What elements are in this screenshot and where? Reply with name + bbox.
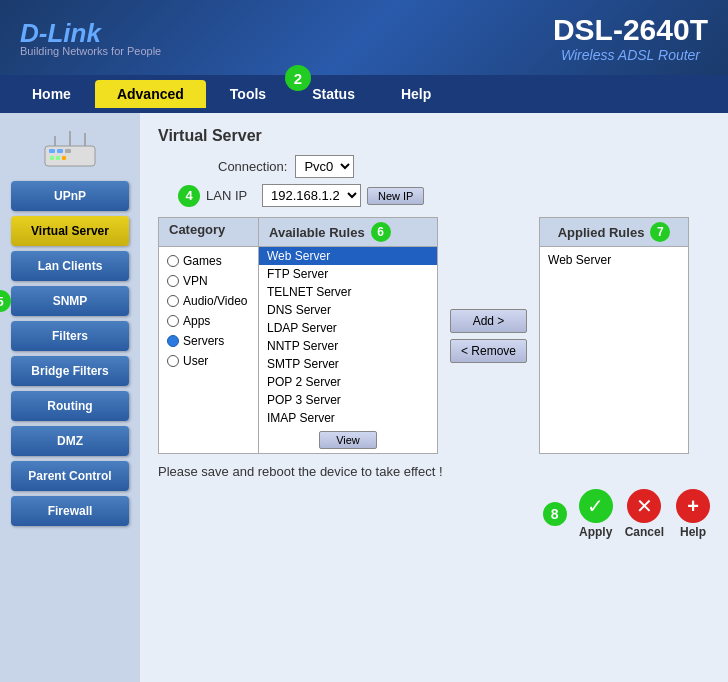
- radio-servers: [167, 335, 179, 347]
- apply-label: Apply: [579, 525, 612, 539]
- sidebar-btn-upnp[interactable]: UPnP: [11, 181, 129, 211]
- radio-vpn: [167, 275, 179, 287]
- applied-rules-panel: Applied Rules 7 Web Server: [539, 217, 689, 454]
- category-audio-video[interactable]: Audio/Video: [159, 291, 258, 311]
- product-desc: Wireless ADSL Router: [553, 47, 708, 63]
- cancel-action[interactable]: ✕ Cancel: [625, 489, 664, 539]
- main-layout: UPnP Virtual Server Lan Clients 5 SNMP F…: [0, 113, 728, 682]
- category-rules-body: Games VPN Audio/Video Apps: [159, 247, 437, 453]
- nav-badge: 2: [285, 65, 311, 91]
- rules-col: Web Server FTP Server TELNET Server DNS …: [259, 247, 437, 453]
- logo-text: D-LinkBuilding Networks for People: [20, 18, 161, 57]
- left-panel: Category Available Rules 6 Games: [158, 217, 438, 454]
- cancel-label: Cancel: [625, 525, 664, 539]
- badge8: 8: [543, 502, 567, 526]
- category-header: Category: [159, 218, 259, 246]
- logo-tagline: Building Networks for People: [20, 45, 161, 57]
- sidebar-btn-virtual-server[interactable]: Virtual Server: [11, 216, 129, 246]
- product-info: DSL-2640T Wireless ADSL Router: [553, 13, 708, 63]
- rule-imap-server[interactable]: IMAP Server: [259, 409, 437, 427]
- nav-item-tools[interactable]: Tools: [208, 80, 288, 108]
- svg-rect-6: [62, 156, 66, 160]
- radio-games: [167, 255, 179, 267]
- nav-item-home[interactable]: Home: [10, 80, 93, 108]
- middle-buttons: Add > < Remove: [446, 217, 531, 454]
- sidebar-btn-parent-control[interactable]: Parent Control: [11, 461, 129, 491]
- available-rules-header: Available Rules 6: [259, 218, 401, 246]
- sidebar-btn-lan-clients[interactable]: Lan Clients: [11, 251, 129, 281]
- category-servers[interactable]: Servers: [159, 331, 258, 351]
- sidebar-btn-snmp[interactable]: SNMP: [11, 286, 129, 316]
- badge4: 4: [178, 185, 200, 207]
- nav-item-help[interactable]: Help: [379, 80, 453, 108]
- apply-action[interactable]: ✓ Apply: [579, 489, 613, 539]
- category-col: Games VPN Audio/Video Apps: [159, 247, 259, 453]
- content: Virtual Server Connection: Pvc0 4 LAN IP…: [140, 113, 728, 682]
- lan-ip-label: LAN IP: [206, 188, 256, 203]
- help-icon: +: [676, 489, 710, 523]
- connection-select[interactable]: Pvc0: [295, 155, 354, 178]
- product-model: DSL-2640T: [553, 13, 708, 47]
- remove-button[interactable]: < Remove: [450, 339, 527, 363]
- category-games[interactable]: Games: [159, 251, 258, 271]
- svg-rect-5: [56, 156, 60, 160]
- lan-ip-select[interactable]: 192.168.1.2: [262, 184, 361, 207]
- save-message: Please save and reboot the device to tak…: [158, 464, 710, 479]
- badge6: 6: [371, 222, 391, 242]
- rule-telnet-server[interactable]: TELNET Server: [259, 283, 437, 301]
- sidebar-btn-bridge-filters[interactable]: Bridge Filters: [11, 356, 129, 386]
- rule-ldap-server[interactable]: LDAP Server: [259, 319, 437, 337]
- logo: D-LinkBuilding Networks for People: [20, 18, 161, 57]
- category-vpn[interactable]: VPN: [159, 271, 258, 291]
- rule-pop3-server[interactable]: POP 3 Server: [259, 391, 437, 409]
- connection-label: Connection:: [218, 159, 287, 174]
- sidebar-btn-filters[interactable]: Filters: [11, 321, 129, 351]
- sidebar-btn-routing[interactable]: Routing: [11, 391, 129, 421]
- applied-rules-header: Applied Rules 7: [540, 218, 688, 247]
- rule-pop2-server[interactable]: POP 2 Server: [259, 373, 437, 391]
- svg-rect-1: [49, 149, 55, 153]
- sidebar-btn-dmz[interactable]: DMZ: [11, 426, 129, 456]
- left-panel-header: Category Available Rules 6: [159, 218, 437, 247]
- add-button[interactable]: Add >: [450, 309, 527, 333]
- rule-dns-server[interactable]: DNS Server: [259, 301, 437, 319]
- bottom-actions: 8 ✓ Apply ✕ Cancel + Help: [158, 489, 710, 539]
- apply-icon: ✓: [579, 489, 613, 523]
- radio-apps: [167, 315, 179, 327]
- svg-rect-2: [57, 149, 63, 153]
- new-ip-button[interactable]: New IP: [367, 187, 424, 205]
- badge7: 7: [650, 222, 670, 242]
- cancel-icon: ✕: [627, 489, 661, 523]
- section-title: Virtual Server: [158, 127, 710, 145]
- lan-ip-row: 4 LAN IP 192.168.1.2 New IP: [178, 184, 710, 207]
- nav: 2 Home Advanced Tools Status Help: [0, 75, 728, 113]
- applied-rule-web-server[interactable]: Web Server: [548, 251, 680, 269]
- radio-audio-video: [167, 295, 179, 307]
- rule-smtp-server[interactable]: SMTP Server: [259, 355, 437, 373]
- sidebar: UPnP Virtual Server Lan Clients 5 SNMP F…: [0, 113, 140, 682]
- svg-rect-4: [50, 156, 54, 160]
- help-action[interactable]: + Help: [676, 489, 710, 539]
- help-label: Help: [680, 525, 706, 539]
- header: D-LinkBuilding Networks for People DSL-2…: [0, 0, 728, 75]
- view-button[interactable]: View: [319, 431, 377, 449]
- rule-ftp-server[interactable]: FTP Server: [259, 265, 437, 283]
- rule-web-server[interactable]: Web Server: [259, 247, 437, 265]
- router-icon: [35, 121, 105, 176]
- nav-item-advanced[interactable]: Advanced: [95, 80, 206, 108]
- svg-rect-3: [65, 149, 71, 153]
- rule-nntp-server[interactable]: NNTP Server: [259, 337, 437, 355]
- sidebar-badge5: 5: [0, 290, 11, 312]
- radio-user: [167, 355, 179, 367]
- category-apps[interactable]: Apps: [159, 311, 258, 331]
- connection-row: Connection: Pvc0: [218, 155, 710, 178]
- sidebar-btn-firewall[interactable]: Firewall: [11, 496, 129, 526]
- rules-container: Category Available Rules 6 Games: [158, 217, 710, 454]
- applied-rules-list: Web Server: [540, 247, 688, 367]
- sidebar-snmp-wrapper: 5 SNMP: [11, 286, 129, 316]
- category-user[interactable]: User: [159, 351, 258, 371]
